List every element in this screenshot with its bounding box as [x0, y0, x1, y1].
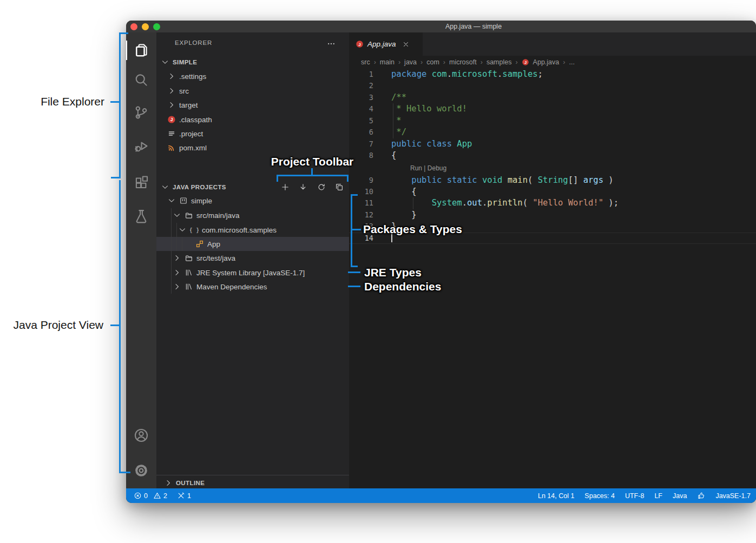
item-label: src	[179, 87, 189, 95]
indent-guide	[393, 127, 393, 138]
line-number: 9	[349, 175, 373, 186]
code-line-8[interactable]: 8{	[349, 150, 756, 161]
breadcrumb-item-com[interactable]: com	[426, 58, 439, 66]
explorer-item--settings[interactable]: .settings	[156, 69, 349, 83]
breadcrumb-item-app-java[interactable]: App.java	[533, 58, 560, 66]
code-line-7[interactable]: 7public class App	[349, 138, 756, 150]
tab-app-java[interactable]: J App.java	[349, 32, 423, 56]
jp-item-jre-system-library-javase-1-7-[interactable]: JRE System Library [JavaSE-1.7]	[156, 266, 349, 280]
title-bar[interactable]: App.java — simple	[126, 21, 756, 32]
jp-item-src-main-java[interactable]: src/main/java	[156, 208, 349, 222]
error-icon	[134, 492, 142, 500]
activity-source-control-icon[interactable]	[134, 105, 149, 120]
code-line-1[interactable]: 1package com.microsoft.samples;	[349, 69, 756, 80]
activity-search-icon[interactable]	[134, 72, 149, 88]
status-javase-1-7[interactable]: JavaSE-1.7	[715, 492, 751, 500]
activity-settings-icon[interactable]	[134, 463, 149, 478]
jp-item-maven-dependencies[interactable]: Maven Dependencies	[156, 280, 349, 294]
explorer-item-target[interactable]: target	[156, 98, 349, 112]
status-left: 021	[134, 492, 191, 500]
section-label: JAVA PROJECTS	[173, 184, 226, 190]
item-label: JRE System Library [JavaSE-1.7]	[196, 269, 305, 277]
project-icon	[179, 196, 188, 205]
breadcrumb-item-java[interactable]: java	[404, 58, 417, 66]
item-label: src/test/java	[196, 254, 235, 262]
breadcrumb-separator: ›	[374, 58, 376, 66]
jp-item-app[interactable]: App	[156, 237, 349, 251]
activity-extensions-icon[interactable]	[134, 175, 149, 190]
status-lf[interactable]: LF	[654, 492, 662, 500]
breadcrumb-item--[interactable]: ...	[569, 58, 574, 66]
toolbar-refresh-icon[interactable]	[317, 183, 326, 191]
status-warning[interactable]: 2	[153, 492, 167, 500]
source-folder-icon	[185, 254, 193, 262]
annotation-tick	[110, 325, 119, 326]
section-label: SIMPLE	[173, 59, 197, 65]
explorer-section-simple[interactable]: SIMPLE	[156, 55, 349, 69]
chevron-right-icon	[167, 101, 176, 109]
jp-item-com-microsoft-samples[interactable]: { }com.microsoft.samples	[156, 223, 349, 237]
explorer-item-src[interactable]: src	[156, 84, 349, 98]
tree-indent-guide	[176, 223, 177, 251]
status-ln-14-col-1[interactable]: Ln 14, Col 1	[538, 492, 574, 500]
breadcrumb-item-samples[interactable]: samples	[487, 58, 512, 66]
activity-explorer-icon[interactable]	[134, 43, 149, 58]
zoom-window-button[interactable]	[153, 23, 160, 30]
close-tab-icon[interactable]	[402, 41, 410, 48]
window-title: App.java — simple	[387, 21, 560, 32]
annotation-tick	[119, 32, 128, 34]
minimize-window-button[interactable]	[142, 23, 149, 30]
code-line-6[interactable]: 6 */	[349, 127, 756, 138]
annotation-tick	[119, 472, 130, 473]
status-tools[interactable]: 1	[177, 492, 191, 500]
outline-header-label: OUTLINE	[176, 480, 205, 486]
line-number: 2	[349, 80, 373, 91]
code-line-9[interactable]: 9 public static void main( String[] args…	[349, 175, 756, 186]
breadcrumb-item-microsoft[interactable]: microsoft	[449, 58, 477, 66]
explorer-item--classpath[interactable]: J.classpath	[156, 112, 349, 127]
breadcrumb-item-main[interactable]: main	[380, 58, 395, 66]
status-utf-8[interactable]: UTF-8	[625, 492, 644, 500]
explorer-item--project[interactable]: .project	[156, 127, 349, 141]
status-value: 1	[187, 492, 191, 500]
code-line-5[interactable]: 5 *	[349, 115, 756, 127]
status-thumbsup[interactable]	[697, 492, 705, 500]
breadcrumb-item-src[interactable]: src	[361, 58, 370, 66]
annotation-packages-and-types: Packages & Types	[363, 223, 462, 236]
explorer-item-pom-xml[interactable]: pom.xml	[156, 141, 349, 155]
class-icon	[195, 240, 204, 248]
line-text: public static void main( String[] args )	[373, 175, 614, 186]
code-line-4[interactable]: 4 * Hello world!	[349, 103, 756, 115]
line-number: 4	[349, 103, 373, 115]
status-spaces-4[interactable]: Spaces: 4	[584, 492, 615, 500]
annotation-dash-dependencies	[348, 286, 360, 287]
status-error[interactable]: 0	[134, 492, 148, 500]
activity-account-icon[interactable]	[134, 428, 149, 443]
activity-testing-icon[interactable]	[134, 209, 149, 224]
code-line-11[interactable]: 11 System.out.println( "Hello World!" );	[349, 197, 756, 209]
xml-file-icon	[167, 143, 176, 152]
status-java[interactable]: Java	[673, 492, 687, 500]
toolbar-add-icon[interactable]	[281, 183, 290, 191]
close-window-button[interactable]	[130, 23, 137, 30]
codelens-run-debug[interactable]: Run | Debug	[349, 162, 756, 175]
tab-label: App.java	[367, 40, 396, 48]
status-value: 2	[163, 492, 167, 500]
jp-item-src-test-java[interactable]: src/test/java	[156, 251, 349, 265]
outline-section-header[interactable]: OUTLINE	[156, 476, 349, 488]
more-actions-icon[interactable]	[327, 39, 336, 48]
code-line-10[interactable]: 10 {	[349, 186, 756, 197]
warning-icon	[153, 492, 161, 500]
explorer-header: EXPLORER	[175, 39, 212, 46]
annotation-bracket-project-toolbar	[277, 175, 349, 176]
code-line-12[interactable]: 12 }	[349, 209, 756, 221]
jp-item-simple[interactable]: simple	[156, 194, 349, 208]
toolbar-download-icon[interactable]	[299, 183, 307, 191]
code-line-3[interactable]: 3/**	[349, 92, 756, 103]
line-number: 11	[349, 197, 373, 209]
line-text: /**	[373, 92, 406, 103]
breadcrumb-separator: ›	[398, 58, 400, 66]
code-line-2[interactable]: 2	[349, 80, 756, 91]
activity-run-debug-icon[interactable]	[134, 138, 149, 154]
toolbar-collapse-all-icon[interactable]	[335, 183, 344, 191]
